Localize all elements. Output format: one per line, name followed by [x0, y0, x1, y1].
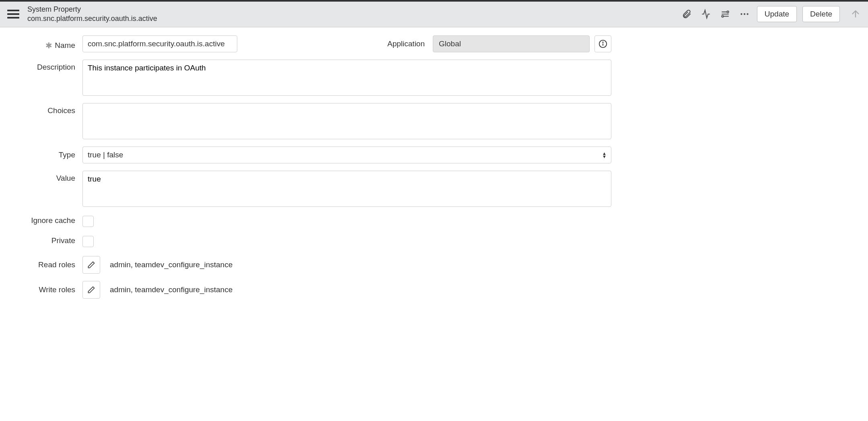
private-label: Private: [8, 236, 82, 245]
application-value: Global: [433, 35, 590, 52]
update-button[interactable]: Update: [757, 6, 797, 22]
write-roles-value: admin, teamdev_configure_instance: [100, 285, 232, 294]
more-icon[interactable]: [738, 7, 751, 21]
ignore-cache-label: Ignore cache: [8, 216, 82, 225]
choices-input[interactable]: [82, 103, 611, 139]
record-type-label: System Property: [27, 5, 157, 14]
record-name-label: com.snc.platform.security.oauth.is.activ…: [27, 14, 157, 23]
title-block: System Property com.snc.platform.securit…: [27, 5, 157, 24]
settings-icon[interactable]: [718, 7, 732, 21]
type-label: Type: [8, 151, 82, 159]
ignore-cache-checkbox[interactable]: [82, 216, 94, 227]
back-to-top-icon[interactable]: [849, 7, 862, 21]
value-label: Value: [8, 171, 82, 183]
description-label: Description: [8, 60, 82, 72]
required-indicator-icon: ✱: [45, 41, 52, 50]
form-body: ✱ Name Application Global Description Ch…: [0, 27, 627, 314]
application-label: Application: [387, 39, 428, 48]
write-roles-label: Write roles: [8, 285, 82, 294]
svg-point-7: [603, 42, 603, 42]
menu-icon[interactable]: [6, 8, 21, 20]
svg-point-3: [744, 13, 745, 15]
svg-point-1: [722, 16, 723, 17]
svg-point-0: [727, 11, 728, 13]
read-roles-label: Read roles: [8, 260, 82, 269]
choices-label: Choices: [8, 103, 82, 115]
svg-point-2: [740, 13, 742, 15]
write-roles-edit-button[interactable]: [82, 281, 100, 299]
attachment-icon[interactable]: [680, 7, 693, 21]
read-roles-edit-button[interactable]: [82, 256, 100, 274]
private-checkbox[interactable]: [82, 236, 94, 247]
application-info-button[interactable]: [594, 35, 611, 52]
type-select[interactable]: true | false: [82, 147, 611, 163]
value-input[interactable]: [82, 171, 611, 207]
read-roles-value: admin, teamdev_configure_instance: [100, 260, 232, 269]
name-label: ✱ Name: [8, 37, 82, 50]
name-input[interactable]: [82, 35, 237, 52]
activity-icon[interactable]: [699, 7, 713, 21]
form-header: System Property com.snc.platform.securit…: [0, 0, 868, 27]
svg-point-4: [747, 13, 748, 15]
delete-button[interactable]: Delete: [802, 6, 840, 22]
description-input[interactable]: [82, 60, 611, 96]
